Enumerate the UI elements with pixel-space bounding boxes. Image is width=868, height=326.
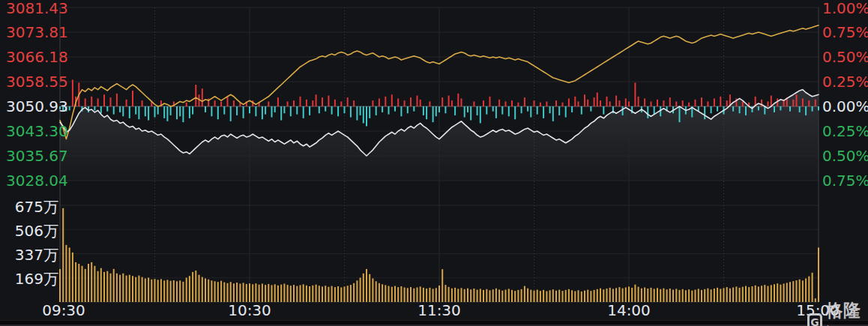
intraday-chart-screen: 3081.43 3073.81 3066.18 3058.55 3050.93 … bbox=[0, 0, 868, 326]
time-axis-label: 11:30 bbox=[418, 303, 461, 319]
percent-axis-label: 0.75% bbox=[822, 25, 867, 40]
volume-axis-label: 169万 bbox=[4, 271, 58, 287]
gelonghui-logo-icon: G bbox=[807, 313, 822, 326]
watermark-text: 格隆汇 bbox=[825, 299, 868, 326]
price-axis-label-prev-close: 3050.93 bbox=[6, 99, 60, 115]
percent-axis-label: 0.50% bbox=[822, 49, 867, 65]
intraday-chart-canvas[interactable] bbox=[0, 0, 868, 326]
time-axis-label: 09:30 bbox=[42, 303, 85, 319]
percent-axis-label-zero: 0.00% bbox=[822, 99, 867, 115]
watermark: G 格隆汇 bbox=[807, 299, 868, 326]
volume-axis-label: 675万 bbox=[4, 199, 58, 215]
volume-axis-label: 506万 bbox=[4, 223, 58, 239]
percent-axis-label: 0.25% bbox=[822, 124, 867, 139]
price-axis-label: 3066.18 bbox=[6, 49, 60, 65]
percent-axis-label: 0.25% bbox=[822, 74, 867, 90]
price-axis-label: 3035.67 bbox=[6, 148, 60, 164]
volume-axis-label: 337万 bbox=[4, 247, 58, 263]
price-axis-label: 3058.55 bbox=[6, 74, 60, 90]
time-axis-label: 14:00 bbox=[607, 303, 651, 319]
price-axis-label: 3073.81 bbox=[6, 25, 60, 40]
price-axis-label: 3081.43 bbox=[6, 1, 60, 16]
percent-axis-label: 0.50% bbox=[822, 148, 867, 164]
time-axis-label: 10:30 bbox=[228, 303, 271, 319]
percent-axis-label: 0.75% bbox=[822, 173, 867, 189]
price-axis-label: 3043.30 bbox=[6, 124, 60, 139]
bottom-edge-strip bbox=[0, 320, 868, 326]
price-axis-label: 3028.04 bbox=[6, 173, 60, 189]
percent-axis-label: 1.00% bbox=[822, 1, 867, 16]
